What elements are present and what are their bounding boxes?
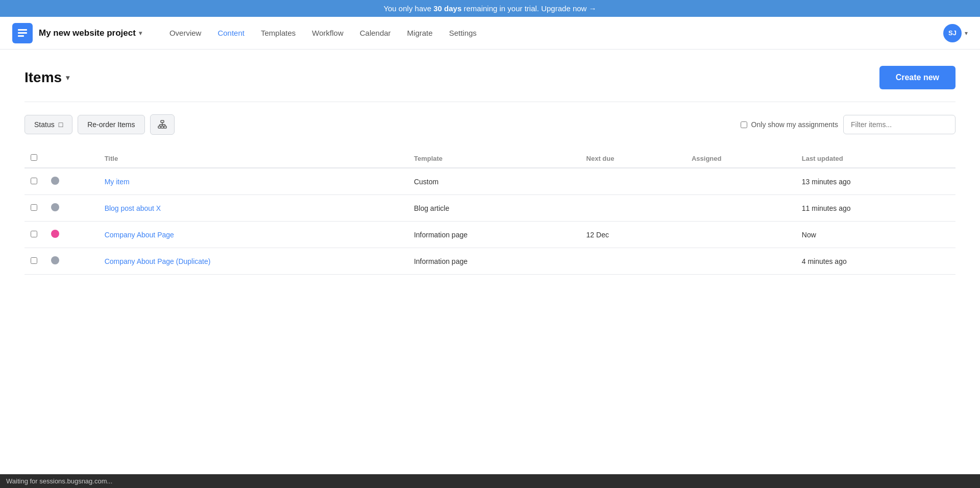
row-last-updated-cell: 13 minutes ago bbox=[796, 168, 955, 195]
main-content: Items ▾ Create new Status □ Re-order Ite… bbox=[0, 50, 980, 291]
row-last-updated-cell: Now bbox=[796, 222, 955, 248]
row-template-cell: Blog article bbox=[408, 195, 580, 222]
status-label: Status bbox=[34, 120, 55, 129]
row-checkbox[interactable] bbox=[31, 178, 37, 184]
status-filter-button[interactable]: Status □ bbox=[24, 115, 72, 134]
row-next-due-cell bbox=[580, 195, 685, 222]
nav-links: Overview Content Templates Workflow Cale… bbox=[162, 25, 943, 41]
item-title-link[interactable]: Company About Page bbox=[105, 231, 174, 239]
row-checkbox[interactable] bbox=[31, 231, 37, 237]
status-dot bbox=[51, 203, 59, 211]
status-dot bbox=[51, 256, 59, 264]
filter-input[interactable] bbox=[843, 115, 955, 134]
toolbar: Status □ Re-order Items Only show my ass… bbox=[24, 114, 955, 135]
table-row: Company About Page (Duplicate) Informati… bbox=[24, 248, 955, 275]
nav-workflow[interactable]: Workflow bbox=[305, 25, 350, 41]
trial-banner: You only have 30 days remaining in your … bbox=[0, 0, 980, 17]
nav-calendar[interactable]: Calendar bbox=[353, 25, 398, 41]
trial-post-text: remaining in your trial. Upgrade now → bbox=[461, 4, 596, 13]
row-title-cell: My item bbox=[99, 168, 408, 195]
row-title-cell: Company About Page bbox=[99, 222, 408, 248]
row-status-cell bbox=[45, 248, 99, 275]
svg-rect-0 bbox=[18, 29, 27, 31]
row-checkbox[interactable] bbox=[31, 204, 37, 211]
org-chart-button[interactable] bbox=[150, 114, 175, 135]
trial-pre-text: You only have bbox=[383, 4, 433, 13]
row-checkbox[interactable] bbox=[31, 257, 37, 264]
col-last-updated: Last updated bbox=[796, 149, 955, 168]
reorder-label: Re-order Items bbox=[87, 120, 135, 129]
project-name[interactable]: My new website project ▾ bbox=[39, 28, 142, 38]
row-next-due-cell bbox=[580, 248, 685, 275]
row-status-cell bbox=[45, 222, 99, 248]
header-divider bbox=[24, 102, 955, 102]
page-title: Items ▾ bbox=[24, 69, 69, 86]
svg-rect-5 bbox=[161, 126, 163, 128]
col-template: Template bbox=[408, 149, 580, 168]
svg-rect-6 bbox=[164, 126, 166, 128]
table-header-row: Title Template Next due Assigned Last up… bbox=[24, 149, 955, 168]
row-assigned-cell bbox=[685, 222, 796, 248]
table-row: Company About Page Information page 12 D… bbox=[24, 222, 955, 248]
row-assigned-cell bbox=[685, 195, 796, 222]
row-last-updated-cell: 4 minutes ago bbox=[796, 248, 955, 275]
nav-logo[interactable]: My new website project ▾ bbox=[12, 23, 142, 43]
status-dot bbox=[51, 230, 59, 238]
row-checkbox-cell bbox=[24, 168, 45, 195]
row-checkbox-cell bbox=[24, 195, 45, 222]
user-avatar-wrap[interactable]: SJ ▾ bbox=[943, 24, 968, 42]
row-checkbox-cell bbox=[24, 222, 45, 248]
table-row: Blog post about X Blog article 11 minute… bbox=[24, 195, 955, 222]
row-title-cell: Blog post about X bbox=[99, 195, 408, 222]
nav-settings[interactable]: Settings bbox=[442, 25, 484, 41]
table-row: My item Custom 13 minutes ago bbox=[24, 168, 955, 195]
svg-rect-1 bbox=[18, 32, 27, 34]
col-next-due: Next due bbox=[580, 149, 685, 168]
row-template-cell: Custom bbox=[408, 168, 580, 195]
reorder-items-button[interactable]: Re-order Items bbox=[78, 115, 144, 134]
col-title: Title bbox=[99, 149, 408, 168]
item-title-link[interactable]: My item bbox=[105, 178, 130, 186]
row-assigned-cell bbox=[685, 168, 796, 195]
col-assigned: Assigned bbox=[685, 149, 796, 168]
items-table: Title Template Next due Assigned Last up… bbox=[24, 149, 955, 275]
assignments-filter-label[interactable]: Only show my assignments bbox=[741, 120, 838, 129]
avatar-chevron-icon: ▾ bbox=[965, 30, 968, 37]
row-status-cell bbox=[45, 168, 99, 195]
app-logo-icon bbox=[12, 23, 33, 43]
page-header: Items ▾ Create new bbox=[24, 66, 955, 89]
top-nav: My new website project ▾ Overview Conten… bbox=[0, 17, 980, 50]
row-template-cell: Information page bbox=[408, 222, 580, 248]
item-title-link[interactable]: Company About Page (Duplicate) bbox=[105, 257, 211, 265]
nav-templates[interactable]: Templates bbox=[254, 25, 303, 41]
row-next-due-cell bbox=[580, 168, 685, 195]
avatar: SJ bbox=[943, 24, 962, 42]
row-checkbox-cell bbox=[24, 248, 45, 275]
create-new-button[interactable]: Create new bbox=[879, 66, 955, 89]
svg-rect-4 bbox=[158, 126, 161, 128]
col-checkbox bbox=[24, 149, 45, 168]
svg-rect-3 bbox=[161, 120, 164, 123]
status-dot bbox=[51, 177, 59, 185]
assignments-checkbox[interactable] bbox=[741, 121, 747, 128]
row-assigned-cell bbox=[685, 248, 796, 275]
project-chevron-icon: ▾ bbox=[139, 30, 142, 37]
nav-migrate[interactable]: Migrate bbox=[400, 25, 440, 41]
col-status bbox=[45, 149, 99, 168]
row-title-cell: Company About Page (Duplicate) bbox=[99, 248, 408, 275]
row-next-due-cell: 12 Dec bbox=[580, 222, 685, 248]
svg-rect-2 bbox=[18, 35, 24, 37]
org-chart-icon bbox=[158, 120, 167, 129]
items-chevron-icon[interactable]: ▾ bbox=[66, 74, 69, 82]
select-all-checkbox[interactable] bbox=[31, 154, 37, 161]
trial-days: 30 days bbox=[433, 4, 461, 13]
item-title-link[interactable]: Blog post about X bbox=[105, 204, 161, 212]
row-last-updated-cell: 11 minutes ago bbox=[796, 195, 955, 222]
nav-overview[interactable]: Overview bbox=[162, 25, 209, 41]
nav-content[interactable]: Content bbox=[210, 25, 252, 41]
row-template-cell: Information page bbox=[408, 248, 580, 275]
row-status-cell bbox=[45, 195, 99, 222]
status-icon: □ bbox=[59, 120, 63, 129]
